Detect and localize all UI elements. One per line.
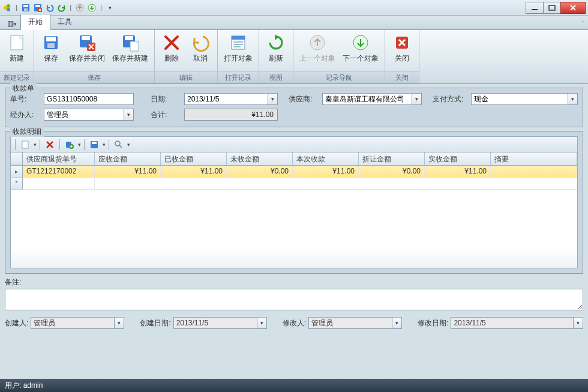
svg-rect-15 bbox=[46, 37, 56, 41]
statusbar: 用户: admin bbox=[0, 379, 588, 392]
date-input[interactable] bbox=[184, 93, 268, 105]
detail-clone-icon[interactable] bbox=[63, 139, 76, 151]
create-date-label: 创建日期: bbox=[140, 318, 170, 328]
dropdown-icon[interactable]: ▾ bbox=[33, 142, 37, 148]
new-button[interactable]: 新建 bbox=[2, 31, 31, 70]
cell-return-no[interactable]: GT1212170002 bbox=[23, 166, 95, 178]
detail-new-icon[interactable] bbox=[19, 139, 32, 151]
modifier-dropdown-icon[interactable]: ▾ bbox=[392, 317, 402, 329]
col-actual[interactable]: 实收金额 bbox=[425, 152, 491, 165]
next-obj-button[interactable]: 下一个对象 bbox=[339, 31, 382, 70]
cell-summary[interactable] bbox=[491, 166, 577, 178]
date-dropdown-icon[interactable]: ▾ bbox=[268, 93, 278, 105]
open-obj-button[interactable]: 打开对象 bbox=[220, 31, 256, 70]
supplier-dropdown-icon[interactable]: ▾ bbox=[412, 93, 422, 105]
save-label: 保存 bbox=[44, 53, 58, 64]
modify-date-input bbox=[451, 317, 574, 329]
save-close-icon bbox=[77, 33, 97, 52]
cell-receivable[interactable]: ¥11.00 bbox=[95, 166, 161, 178]
dropdown-icon[interactable]: ▾ bbox=[77, 142, 81, 148]
receipt-detail-legend: 收款明细 bbox=[10, 127, 44, 137]
tab-start[interactable]: 开始 bbox=[20, 14, 50, 30]
total-label: 合计: bbox=[151, 110, 182, 120]
detail-save-icon[interactable] bbox=[88, 139, 101, 151]
cancel-icon bbox=[191, 33, 210, 52]
redo-icon[interactable] bbox=[57, 3, 67, 13]
save-new-label: 保存并新建 bbox=[112, 53, 148, 64]
group-title-close: 关闭 bbox=[385, 71, 419, 83]
detail-search-icon[interactable] bbox=[112, 139, 125, 151]
table-new-row[interactable]: * bbox=[11, 178, 577, 190]
delete-button[interactable]: 删除 bbox=[157, 31, 186, 70]
ribbon-group-open: 打开对象 打开记录 bbox=[218, 30, 259, 83]
handler-input[interactable] bbox=[44, 109, 124, 121]
save-icon[interactable] bbox=[21, 3, 31, 13]
ribbon-collapse-icon[interactable]: ‧ bbox=[582, 18, 584, 26]
col-discount[interactable]: 折让金额 bbox=[359, 152, 425, 165]
save-button[interactable]: 保存 bbox=[37, 31, 65, 70]
svg-rect-18 bbox=[82, 36, 90, 40]
table-row[interactable]: ▸ GT1212170002 ¥11.00 ¥11.00 ¥0.00 ¥11.0… bbox=[11, 166, 577, 178]
pay-method-dropdown-icon[interactable]: ▾ bbox=[568, 93, 578, 105]
handler-dropdown-icon[interactable]: ▾ bbox=[124, 109, 134, 121]
qat-separator: | bbox=[70, 4, 72, 11]
prev-obj-icon bbox=[308, 33, 327, 52]
group-title-nav: 记录导航 bbox=[293, 71, 385, 83]
prev-icon[interactable] bbox=[75, 3, 85, 13]
save-close-button[interactable]: 保存并关闭 bbox=[65, 31, 109, 70]
col-received[interactable]: 已收金额 bbox=[161, 152, 227, 165]
col-this-receive[interactable]: 本次收款 bbox=[293, 152, 359, 165]
modifier-input bbox=[308, 317, 392, 329]
svg-rect-4 bbox=[23, 5, 28, 7]
creator-dropdown-icon[interactable]: ▾ bbox=[115, 317, 124, 329]
new-row-indicator-icon: * bbox=[11, 178, 23, 190]
ribbon-group-close: 关闭 关闭 bbox=[385, 30, 419, 83]
qat-customize-icon[interactable]: ▾ bbox=[106, 3, 115, 13]
save-new-button[interactable]: 保存并新建 bbox=[109, 31, 152, 70]
detail-delete-icon[interactable] bbox=[43, 139, 56, 151]
svg-rect-24 bbox=[232, 36, 245, 40]
close-button[interactable] bbox=[560, 2, 586, 14]
create-date-dropdown-icon[interactable]: ▾ bbox=[257, 317, 267, 329]
remarks-input[interactable] bbox=[5, 289, 583, 310]
modify-date-dropdown-icon[interactable]: ▾ bbox=[574, 317, 583, 329]
cell-unreceived[interactable]: ¥0.00 bbox=[227, 166, 293, 178]
next-icon[interactable] bbox=[87, 3, 97, 13]
undo-icon[interactable] bbox=[45, 3, 55, 13]
col-receivable[interactable]: 应收金额 bbox=[95, 152, 161, 165]
dropdown-icon[interactable]: ▾ bbox=[127, 142, 130, 148]
col-unreceived[interactable]: 未收金额 bbox=[227, 152, 293, 165]
save-close-icon[interactable] bbox=[33, 3, 43, 13]
grid-body[interactable]: ▸ GT1212170002 ¥11.00 ¥11.00 ¥0.00 ¥11.0… bbox=[11, 166, 577, 268]
view-menu-icon[interactable]: ▥▾ bbox=[4, 17, 20, 29]
qat-separator: | bbox=[100, 4, 102, 11]
total-input bbox=[184, 109, 278, 121]
refresh-button[interactable]: 刷新 bbox=[262, 31, 290, 70]
group-title-edit: 编辑 bbox=[155, 71, 217, 83]
quick-access-toolbar: | | | ▾ bbox=[2, 3, 526, 13]
cell-actual[interactable]: ¥11.00 bbox=[425, 166, 491, 178]
tab-tools[interactable]: 工具 bbox=[50, 14, 79, 29]
maximize-button[interactable] bbox=[543, 2, 561, 14]
close-obj-label: 关闭 bbox=[395, 53, 409, 64]
col-return-no[interactable]: 供应商退货单号 bbox=[23, 152, 95, 165]
app-icon[interactable] bbox=[2, 3, 12, 13]
close-obj-button[interactable]: 关闭 bbox=[388, 31, 416, 70]
col-summary[interactable]: 摘要 bbox=[491, 152, 577, 165]
cell-this-receive[interactable]: ¥11.00 bbox=[293, 166, 359, 178]
refresh-label: 刷新 bbox=[269, 53, 283, 64]
order-no-input[interactable] bbox=[44, 93, 134, 105]
svg-rect-11 bbox=[532, 9, 538, 10]
cell-discount[interactable]: ¥0.00 bbox=[359, 166, 425, 178]
minimize-button[interactable] bbox=[526, 2, 544, 14]
cell-received[interactable]: ¥11.00 bbox=[161, 166, 227, 178]
svg-rect-26 bbox=[233, 44, 243, 45]
svg-rect-31 bbox=[22, 141, 28, 148]
cancel-label: 取消 bbox=[193, 53, 208, 64]
dropdown-icon[interactable]: ▾ bbox=[102, 142, 106, 148]
cancel-button[interactable]: 取消 bbox=[186, 31, 215, 70]
pay-method-input[interactable] bbox=[471, 93, 568, 105]
window-controls bbox=[526, 2, 586, 14]
supplier-input[interactable] bbox=[322, 93, 412, 105]
next-obj-icon bbox=[351, 33, 370, 52]
